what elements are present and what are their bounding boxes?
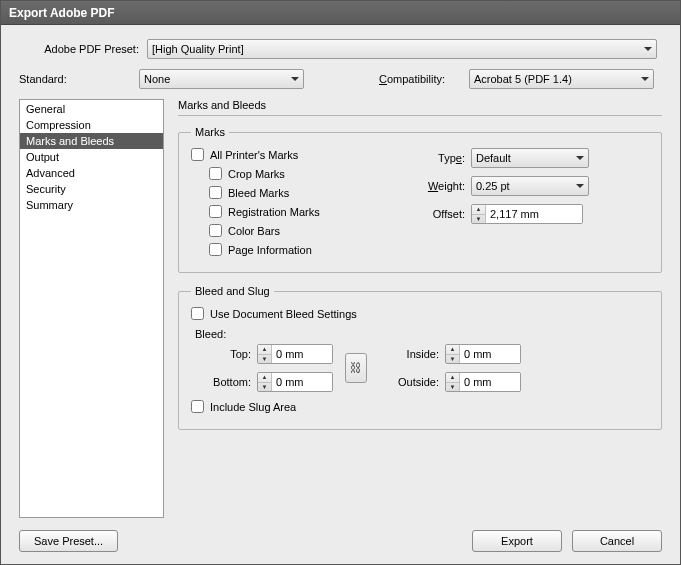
- marks-type-select[interactable]: Default: [471, 148, 589, 168]
- offset-spinner[interactable]: ▲▼: [471, 204, 583, 224]
- dialog-content: Adobe PDF Preset: [High Quality Print] S…: [1, 25, 680, 564]
- use-document-bleed-checkbox[interactable]: [191, 307, 204, 320]
- dialog-footer: Save Preset... Export Cancel: [19, 518, 662, 552]
- sidebar-item-label: Advanced: [26, 167, 75, 179]
- bleed-top-spinner[interactable]: ▲▼: [257, 344, 333, 364]
- bleed-slug-legend: Bleed and Slug: [191, 285, 274, 297]
- registration-marks-checkbox[interactable]: [209, 205, 222, 218]
- spin-up-icon[interactable]: ▲: [472, 205, 485, 215]
- export-pdf-dialog: Export Adobe PDF Adobe PDF Preset: [High…: [0, 0, 681, 565]
- panel-title: Marks and Bleeds: [178, 99, 662, 116]
- marks-weight-select[interactable]: 0.25 pt: [471, 176, 589, 196]
- standard-compat-row: Standard: None Compatibility: Acrobat 5 …: [19, 69, 662, 89]
- bleed-outside-spinner[interactable]: ▲▼: [445, 372, 521, 392]
- titlebar: Export Adobe PDF: [1, 1, 680, 25]
- offset-input[interactable]: [486, 205, 582, 223]
- include-slug-checkbox[interactable]: [191, 400, 204, 413]
- sidebar-item-label: Security: [26, 183, 66, 195]
- sidebar-item-advanced[interactable]: Advanced: [20, 165, 163, 181]
- sidebar-item-general[interactable]: General: [20, 101, 163, 117]
- bleed-inside-label: Inside:: [379, 348, 439, 360]
- window-title: Export Adobe PDF: [9, 6, 115, 20]
- standard-label: Standard:: [19, 73, 139, 85]
- all-printers-marks-checkbox[interactable]: [191, 148, 204, 161]
- bleed-marks-label: Bleed Marks: [228, 187, 289, 199]
- sidebar-item-label: Summary: [26, 199, 73, 211]
- page-info-checkbox[interactable]: [209, 243, 222, 256]
- bleed-inside-input[interactable]: [460, 345, 520, 363]
- bleed-slug-group: Bleed and Slug Use Document Bleed Settin…: [178, 285, 662, 430]
- bleed-bottom-input[interactable]: [272, 373, 332, 391]
- bleed-inside-spinner[interactable]: ▲▼: [445, 344, 521, 364]
- compat-label: Compatibility:: [379, 73, 469, 85]
- section-list[interactable]: General Compression Marks and Bleeds Out…: [19, 99, 164, 518]
- sidebar-item-compression[interactable]: Compression: [20, 117, 163, 133]
- chain-link-icon[interactable]: ⛓: [345, 353, 367, 383]
- sidebar-item-marks-bleeds[interactable]: Marks and Bleeds: [20, 133, 163, 149]
- spin-down-icon[interactable]: ▼: [446, 355, 459, 364]
- marks-legend: Marks: [191, 126, 229, 138]
- page-info-label: Page Information: [228, 244, 312, 256]
- sidebar-item-label: Output: [26, 151, 59, 163]
- bleed-marks-checkbox[interactable]: [209, 186, 222, 199]
- bleed-outside-input[interactable]: [460, 373, 520, 391]
- spin-up-icon[interactable]: ▲: [258, 345, 271, 355]
- use-document-bleed-label: Use Document Bleed Settings: [210, 308, 357, 320]
- sidebar-item-summary[interactable]: Summary: [20, 197, 163, 213]
- registration-marks-label: Registration Marks: [228, 206, 320, 218]
- color-bars-label: Color Bars: [228, 225, 280, 237]
- color-bars-checkbox[interactable]: [209, 224, 222, 237]
- crop-marks-label: Crop Marks: [228, 168, 285, 180]
- crop-marks-checkbox[interactable]: [209, 167, 222, 180]
- preset-row: Adobe PDF Preset: [High Quality Print]: [19, 39, 662, 59]
- spin-down-icon[interactable]: ▼: [258, 355, 271, 364]
- all-printers-marks-label: All Printer's Marks: [210, 149, 298, 161]
- bleed-top-label: Top:: [191, 348, 251, 360]
- bleed-bottom-spinner[interactable]: ▲▼: [257, 372, 333, 392]
- export-button[interactable]: Export: [472, 530, 562, 552]
- body-area: General Compression Marks and Bleeds Out…: [19, 99, 662, 518]
- sidebar-item-label: General: [26, 103, 65, 115]
- panel-marks-bleeds: Marks and Bleeds Marks All Printer's Mar…: [178, 99, 662, 518]
- sidebar-item-security[interactable]: Security: [20, 181, 163, 197]
- spin-down-icon[interactable]: ▼: [472, 215, 485, 224]
- bleed-bottom-label: Bottom:: [191, 376, 251, 388]
- save-preset-button[interactable]: Save Preset...: [19, 530, 118, 552]
- spin-up-icon[interactable]: ▲: [446, 373, 459, 383]
- spin-down-icon[interactable]: ▼: [446, 383, 459, 392]
- include-slug-label: Include Slug Area: [210, 401, 296, 413]
- marks-group: Marks All Printer's Marks Crop Marks: [178, 126, 662, 273]
- bleed-sublabel: Bleed:: [195, 328, 649, 340]
- sidebar-item-label: Compression: [26, 119, 91, 131]
- type-label: Type:: [411, 152, 465, 164]
- spin-down-icon[interactable]: ▼: [258, 383, 271, 392]
- cancel-button[interactable]: Cancel: [572, 530, 662, 552]
- weight-label: Weight:: [411, 180, 465, 192]
- preset-label: Adobe PDF Preset:: [19, 43, 139, 55]
- offset-label: Offset:: [411, 208, 465, 220]
- standard-select[interactable]: None: [139, 69, 304, 89]
- sidebar-item-output[interactable]: Output: [20, 149, 163, 165]
- bleed-top-input[interactable]: [272, 345, 332, 363]
- sidebar-item-label: Marks and Bleeds: [26, 135, 114, 147]
- compat-select[interactable]: Acrobat 5 (PDF 1.4): [469, 69, 654, 89]
- spin-up-icon[interactable]: ▲: [258, 373, 271, 383]
- spin-up-icon[interactable]: ▲: [446, 345, 459, 355]
- bleed-outside-label: Outside:: [379, 376, 439, 388]
- preset-select[interactable]: [High Quality Print]: [147, 39, 657, 59]
